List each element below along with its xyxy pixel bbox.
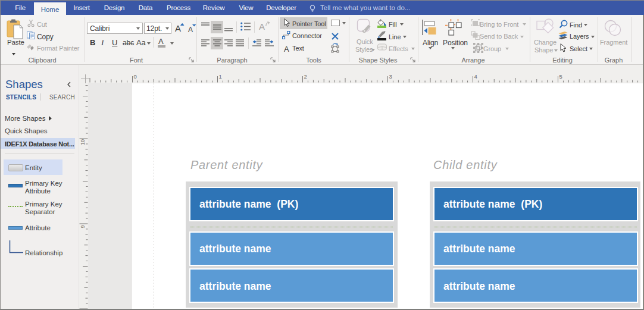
svg-text:5: 5 xyxy=(559,73,562,80)
svg-text:4: 4 xyxy=(474,73,477,80)
svg-text:1: 1 xyxy=(219,73,222,80)
svg-text:9: 9 xyxy=(80,225,86,228)
svg-text:2: 2 xyxy=(304,73,307,80)
svg-text:10: 10 xyxy=(80,139,86,145)
svg-text:0: 0 xyxy=(134,73,137,80)
svg-text:3: 3 xyxy=(389,73,392,80)
